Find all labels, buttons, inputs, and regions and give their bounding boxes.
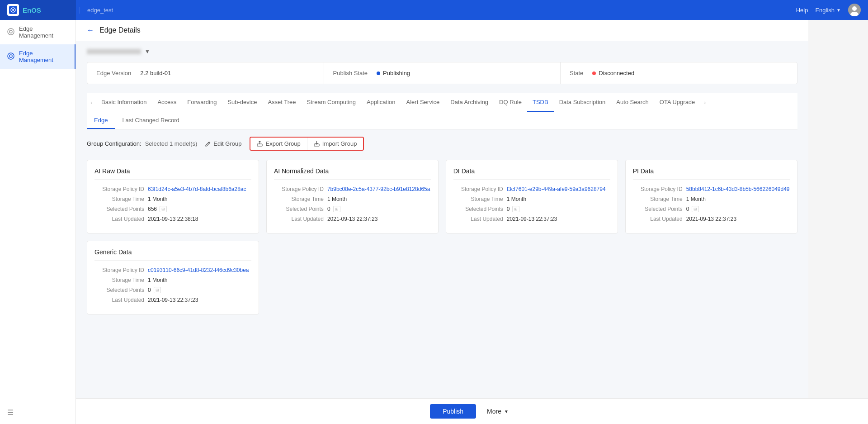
state-label: State xyxy=(570,70,583,76)
disconnected-text: Disconnected xyxy=(599,70,634,76)
tab-stream-computing[interactable]: Stream Computing xyxy=(302,93,361,112)
tab-auto-search[interactable]: Auto Search xyxy=(611,93,654,112)
generic-policy-label: Storage Policy ID xyxy=(94,267,144,273)
svg-point-4 xyxy=(852,6,857,11)
tab-application[interactable]: Application xyxy=(361,93,401,112)
card-di-title: DI Data xyxy=(453,167,610,180)
card-ai-raw-data: AI Raw Data Storage Policy ID 63f1d24c-a… xyxy=(87,160,259,233)
tab-ota-upgrade[interactable]: OTA Upgrade xyxy=(654,93,701,112)
ai-raw-updated-label: Last Updated xyxy=(94,216,144,222)
svg-point-6 xyxy=(8,29,14,35)
tab-alert-service[interactable]: Alert Service xyxy=(401,93,445,112)
generic-points-icon[interactable]: ⊞ xyxy=(154,287,161,293)
generic-policy-row: Storage Policy ID c0193110-66c9-41d8-823… xyxy=(94,267,251,273)
pencil-icon xyxy=(205,141,211,147)
page-title: Edge Details xyxy=(99,26,141,34)
ai-norm-updated-label: Last Updated xyxy=(274,216,324,222)
ai-raw-points-icon[interactable]: ⊞ xyxy=(160,206,167,212)
di-points-value: 0 ⊞ xyxy=(507,206,520,212)
ai-norm-policy-label: Storage Policy ID xyxy=(274,186,324,192)
di-points-icon[interactable]: ⊞ xyxy=(512,206,519,212)
generic-time-label: Storage Time xyxy=(94,277,144,283)
publish-state-label: Publish State xyxy=(333,70,368,76)
import-icon xyxy=(314,141,320,147)
generic-updated-value: 2021-09-13 22:37:23 xyxy=(148,297,198,303)
sidebar-bottom: ☰ xyxy=(0,401,75,424)
back-button[interactable]: ← xyxy=(87,26,94,34)
ai-norm-time-label: Storage Time xyxy=(274,196,324,202)
svg-line-10 xyxy=(208,143,209,143)
avatar[interactable] xyxy=(848,4,861,16)
pi-updated-label: Last Updated xyxy=(633,216,683,222)
ai-raw-policy-row: Storage Policy ID 63f1d24c-a5e3-4b7d-8af… xyxy=(94,186,251,192)
pi-points-icon[interactable]: ⊞ xyxy=(692,206,699,212)
ai-raw-policy-label: Storage Policy ID xyxy=(94,186,144,192)
tabs-left-chevron[interactable]: ‹ xyxy=(87,100,96,106)
language-selector[interactable]: English ▼ xyxy=(815,7,841,14)
card-generic-data: Generic Data Storage Policy ID c0193110-… xyxy=(87,241,259,314)
tab-dq-rule[interactable]: DQ Rule xyxy=(494,93,527,112)
di-policy-row: Storage Policy ID f3cf7601-e29b-449a-afe… xyxy=(453,186,610,192)
tab-data-archiving[interactable]: Data Archiving xyxy=(445,93,494,112)
hamburger-icon[interactable]: ☰ xyxy=(7,409,14,416)
publish-button[interactable]: Publish xyxy=(430,404,476,419)
help-link[interactable]: Help xyxy=(796,7,808,14)
edge-mgmt-icon-active xyxy=(7,52,14,61)
more-label: More xyxy=(487,408,501,415)
tab-asset-tree[interactable]: Asset Tree xyxy=(262,93,301,112)
data-cards-row2: Generic Data Storage Policy ID c0193110-… xyxy=(87,241,797,314)
di-points-row: Selected Points 0 ⊞ xyxy=(453,206,610,212)
pi-time-label: Storage Time xyxy=(633,196,683,202)
pi-points-value: 0 ⊞ xyxy=(686,206,699,212)
di-time-row: Storage Time 1 Month xyxy=(453,196,610,202)
ai-raw-points-label: Selected Points xyxy=(94,206,144,212)
tab-forwarding[interactable]: Forwarding xyxy=(182,93,222,112)
info-card-state: State Disconnected xyxy=(561,62,797,84)
device-selector[interactable]: ▼ xyxy=(87,48,797,55)
generic-points-value: 0 ⊞ xyxy=(148,287,161,293)
card-di-data: DI Data Storage Policy ID f3cf7601-e29b-… xyxy=(446,160,618,233)
ai-norm-points-icon[interactable]: ⊞ xyxy=(333,206,340,212)
di-policy-value: f3cf7601-e29b-449a-afe9-59a3a9628794 xyxy=(507,186,606,192)
device-name-blurred xyxy=(87,49,141,54)
info-cards-row: Edge Version 2.2 build-01 Publish State … xyxy=(87,62,797,84)
sidebar-item-edge-mgmt-active[interactable]: Edge Management xyxy=(0,44,75,69)
di-points-label: Selected Points xyxy=(453,206,503,212)
group-config-label: Group Configuration: xyxy=(87,140,142,147)
state-value: Disconnected xyxy=(592,70,634,76)
tab-access[interactable]: Access xyxy=(152,93,182,112)
edit-group-btn[interactable]: Edit Group xyxy=(201,138,246,149)
device-dropdown-icon[interactable]: ▼ xyxy=(145,48,150,55)
content-area: ▼ Edge Version 2.2 build-01 Publish Stat… xyxy=(76,41,808,331)
generic-updated-row: Last Updated 2021-09-13 22:37:23 xyxy=(94,297,251,303)
more-button[interactable]: More ▼ xyxy=(481,404,514,419)
ai-raw-time-row: Storage Time 1 Month xyxy=(94,196,251,202)
tab-tsdb[interactable]: TSDB xyxy=(527,93,554,112)
import-group-btn[interactable]: Import Group xyxy=(307,138,363,150)
pi-policy-value: 58bb8412-1c6b-43d3-8b5b-566226049d49 xyxy=(686,186,790,192)
export-group-btn[interactable]: Export Group xyxy=(250,138,307,150)
tabs-right-chevron[interactable]: › xyxy=(700,100,709,106)
ai-norm-points-row: Selected Points 0 ⊞ xyxy=(274,206,431,212)
sidebar: Edge Management Edge Management ☰ xyxy=(0,0,76,424)
sidebar-item-edge-mgmt-top[interactable]: Edge Management xyxy=(0,20,75,44)
pi-points-row: Selected Points 0 ⊞ xyxy=(633,206,790,212)
tab-sub-device[interactable]: Sub-device xyxy=(222,93,262,112)
pi-policy-label: Storage Policy ID xyxy=(633,186,683,192)
ai-norm-points-label: Selected Points xyxy=(274,206,324,212)
sub-tab-edge[interactable]: Edge xyxy=(87,112,115,129)
import-group-label: Import Group xyxy=(322,140,357,147)
svg-point-9 xyxy=(9,55,12,57)
generic-points-label: Selected Points xyxy=(94,287,144,293)
generic-updated-label: Last Updated xyxy=(94,297,144,303)
ai-norm-time-value: 1 Month xyxy=(327,196,347,202)
svg-point-2 xyxy=(12,9,14,11)
version-label: Edge Version xyxy=(96,70,131,76)
tab-basic-info[interactable]: Basic Information xyxy=(96,93,152,112)
group-config-selected: Selected 1 model(s) xyxy=(145,140,198,147)
di-updated-row: Last Updated 2021-09-13 22:37:23 xyxy=(453,216,610,222)
sub-tab-last-changed[interactable]: Last Changed Record xyxy=(115,112,186,129)
publishing-text: Publishing xyxy=(383,70,410,76)
tab-data-subscription[interactable]: Data Subscription xyxy=(554,93,611,112)
pi-points-label: Selected Points xyxy=(633,206,683,212)
